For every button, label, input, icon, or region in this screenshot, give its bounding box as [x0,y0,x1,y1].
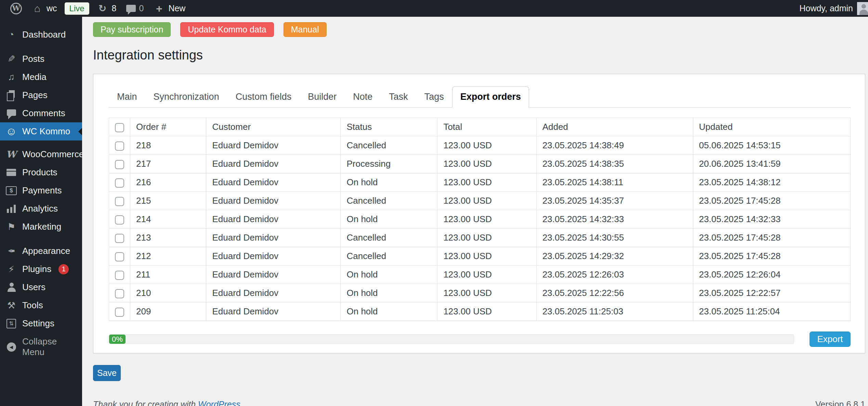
cell-updated: 20.06.2025 13:41:59 [693,155,850,173]
row-checkbox[interactable] [115,141,124,151]
settings-panel: MainSynchronizationCustom fieldsBuilderN… [93,74,865,353]
admin-bar: wc Live 8 0 New Howdy, admin [0,0,868,17]
sidebar-item-media[interactable]: Media [0,68,82,86]
updates-menu[interactable]: 8 [92,0,121,17]
row-checkbox[interactable] [115,308,124,317]
sidebar-item-plugins[interactable]: Plugins1 [0,260,82,278]
export-button[interactable]: Export [810,331,851,347]
cell-status: Cancelled [341,192,437,210]
howdy-text[interactable]: Howdy, admin [799,3,853,13]
row-checkbox[interactable] [115,271,124,280]
tab-task[interactable]: Task [381,86,416,108]
sidebar-item-label: Payments [22,185,62,196]
row-checkbox[interactable] [115,252,124,261]
wc-kommo-icon [5,126,17,137]
cell-status: Cancelled [341,229,437,247]
cell-order-number: 217 [130,155,206,173]
cell-customer: Eduard Demidov [206,192,341,210]
tab-custom-fields[interactable]: Custom fields [227,86,300,108]
column-header-order: Order # [130,118,206,136]
cell-total: 123.00 USD [437,302,536,321]
sidebar-item-posts[interactable]: Posts [0,50,82,68]
column-header-status: Status [341,118,437,136]
tab-builder[interactable]: Builder [300,86,345,108]
tab-bar: MainSynchronizationCustom fieldsBuilderN… [109,86,851,108]
row-checkbox[interactable] [115,197,124,206]
update-kommo-data-button[interactable]: Update Kommo data [180,22,274,37]
site-menu[interactable]: wc [27,0,62,17]
avatar[interactable] [857,2,868,15]
cell-total: 123.00 USD [437,155,536,173]
pay-subscription-button[interactable]: Pay subscription [93,22,171,37]
cell-added: 23.05.2025 14:38:11 [536,173,693,192]
column-header-updated: Updated [693,118,850,136]
sidebar-item-products[interactable]: Products [0,163,82,181]
wordpress-link[interactable]: WordPress [198,400,240,406]
tab-note[interactable]: Note [345,86,381,108]
tab-tags[interactable]: Tags [416,86,452,108]
row-checkbox[interactable] [115,289,124,298]
cell-total: 123.00 USD [437,192,536,210]
table-row: 214Eduard DemidovOn hold123.00 USD23.05.… [109,210,851,229]
cell-order-number: 218 [130,136,206,155]
sidebar-item-label: Media [22,72,47,82]
tools-icon [5,300,17,311]
save-button[interactable]: Save [93,365,121,381]
sidebar-item-users[interactable]: Users [0,278,82,296]
sidebar-item-label: Appearance [22,246,70,256]
sidebar-item-label: Products [22,167,57,178]
sidebar-item-marketing[interactable]: Marketing [0,218,82,236]
row-checkbox[interactable] [115,215,124,225]
new-menu[interactable]: New [148,0,190,17]
sidebar-item-settings[interactable]: Settings [0,314,82,333]
sidebar-item-comments[interactable]: Comments [0,104,82,122]
row-checkbox[interactable] [115,178,124,188]
sidebar-item-collapse-menu[interactable]: Collapse Menu [0,333,82,361]
sidebar-item-appearance[interactable]: Appearance [0,242,82,260]
cell-updated: 23.05.2025 12:26:04 [693,266,850,284]
sidebar-item-analytics[interactable]: Analytics [0,200,82,218]
top-buttons: Pay subscription Update Kommo data Manua… [93,22,865,37]
sidebar-item-label: Users [22,282,45,293]
manual-button[interactable]: Manual [284,22,327,37]
footer-thanks-prefix: Thank you for creating with [93,400,198,406]
tab-export-orders[interactable]: Export orders [452,86,529,108]
comments-menu[interactable]: 0 [121,0,149,17]
cell-customer: Eduard Demidov [206,136,341,155]
tab-synchronization[interactable]: Synchronization [145,86,227,108]
select-all-cell [109,118,130,136]
export-progress-bar: 0% [109,334,794,344]
live-badge[interactable]: Live [65,2,89,15]
cell-updated: 05.06.2025 14:53:15 [693,136,850,155]
sidebar-item-label: Analytics [22,203,58,214]
sidebar-item-label: Posts [22,54,44,64]
wp-logo-menu[interactable] [5,0,27,17]
sidebar-item-label: Pages [22,90,48,100]
sidebar-item-label: Dashboard [22,29,66,40]
row-checkbox[interactable] [115,160,124,169]
table-header-row: Order #CustomerStatusTotalAddedUpdated [109,118,851,136]
row-select-cell [109,284,130,302]
sidebar-item-woocommerce[interactable]: WooCommerce [0,145,82,163]
cell-customer: Eduard Demidov [206,210,341,229]
marketing-icon [5,222,17,232]
sidebar-item-tools[interactable]: Tools [0,296,82,314]
row-select-cell [109,266,130,284]
settings-icon [5,319,17,329]
sidebar-item-dashboard[interactable]: Dashboard [0,26,82,44]
table-row: 211Eduard DemidovOn hold123.00 USD23.05.… [109,266,851,284]
row-checkbox[interactable] [115,234,124,243]
table-row: 213Eduard DemidovCancelled123.00 USD23.0… [109,229,851,247]
sidebar-item-label: Collapse Menu [22,336,79,357]
site-name: wc [47,3,57,13]
row-select-cell [109,229,130,247]
cell-customer: Eduard Demidov [206,173,341,192]
sidebar-item-payments[interactable]: Payments [0,181,82,200]
sidebar-item-pages[interactable]: Pages [0,86,82,104]
sidebar-item-wc-kommo[interactable]: WC Kommo [0,122,82,140]
posts-icon [5,54,17,64]
select-all-checkbox[interactable] [115,123,124,132]
cell-customer: Eduard Demidov [206,229,341,247]
tab-main[interactable]: Main [109,86,145,108]
cell-total: 123.00 USD [437,266,536,284]
